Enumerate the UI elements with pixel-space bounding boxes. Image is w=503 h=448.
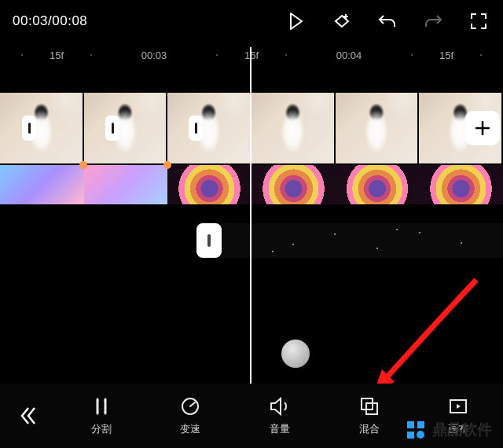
transition-handle[interactable] [105, 116, 119, 141]
video-clip[interactable] [336, 93, 418, 163]
effect-clip[interactable] [252, 165, 336, 204]
video-clip[interactable] [167, 93, 250, 163]
keyframe-button[interactable] [330, 9, 354, 33]
redo-button [421, 9, 445, 33]
tool-label: 音量 [270, 422, 290, 436]
effect-clip[interactable] [419, 165, 503, 204]
undo-button[interactable] [376, 9, 399, 33]
watermark: 鼎品软件 [404, 418, 492, 442]
timeline-ruler[interactable]: 15f 00:03 15f 00:04 15f [0, 42, 503, 68]
redo-icon [423, 13, 443, 30]
tool-blend[interactable]: 混合 [325, 396, 414, 436]
watermark-text: 鼎品软件 [432, 420, 492, 440]
svg-rect-6 [407, 431, 414, 439]
ruler-mark: 15f [50, 50, 64, 61]
tool-label: 变速 [180, 422, 200, 436]
video-clip[interactable] [84, 93, 167, 163]
transition-handle[interactable] [189, 116, 203, 141]
video-clip[interactable] [0, 93, 83, 163]
tool-volume[interactable]: 音量 [235, 396, 325, 436]
volume-icon [269, 396, 291, 417]
effect-clip[interactable] [167, 165, 252, 204]
fullscreen-button[interactable] [467, 9, 490, 33]
canvas-icon [448, 396, 468, 417]
add-clip-button[interactable] [465, 111, 500, 145]
watermark-logo-icon [404, 418, 428, 442]
ruler-mark: 15f [439, 50, 453, 61]
annotation-arrow-icon [358, 275, 484, 401]
ruler-mark: 00:03 [141, 50, 167, 61]
play-icon [288, 13, 304, 30]
tool-label: 分割 [91, 422, 112, 436]
overlay-clip[interactable] [222, 223, 503, 258]
effect-clip[interactable] [84, 165, 168, 204]
ruler-mark: 00:04 [336, 50, 362, 61]
speed-icon [180, 396, 200, 417]
top-toolbar: 00:03/00:08 [0, 0, 503, 42]
effect-clip[interactable] [0, 165, 84, 204]
touch-indicator-icon [281, 340, 310, 368]
undo-icon [377, 13, 398, 30]
split-icon [91, 396, 112, 417]
tool-label: 混合 [359, 422, 380, 436]
svg-rect-4 [407, 421, 414, 428]
blend-icon [359, 396, 380, 417]
svg-point-7 [417, 431, 424, 439]
video-track[interactable] [0, 93, 503, 163]
transition-handle[interactable] [22, 116, 36, 141]
play-button[interactable] [285, 9, 308, 33]
back-button[interactable] [0, 384, 57, 448]
time-label: 00:03/00:08 [13, 13, 87, 29]
fullscreen-icon [470, 13, 487, 30]
overlay-track[interactable] [0, 223, 503, 258]
plus-icon [474, 119, 491, 137]
effect-track[interactable] [0, 165, 503, 204]
video-clip[interactable] [252, 93, 334, 163]
overlay-clip-handle[interactable] [196, 223, 222, 258]
keyframe-add-icon [332, 11, 352, 31]
svg-rect-5 [417, 421, 424, 428]
effect-clip[interactable] [336, 165, 420, 204]
tool-speed[interactable]: 变速 [146, 396, 236, 436]
chevron-double-left-icon [17, 405, 39, 427]
tool-split[interactable]: 分割 [57, 396, 146, 436]
